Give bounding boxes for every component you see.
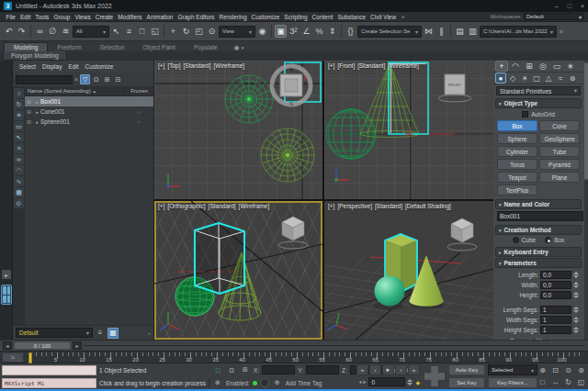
viewcube[interactable] [278, 217, 308, 249]
spinner[interactable] [573, 271, 580, 279]
spinner-snap-icon[interactable]: ⇕ [326, 25, 338, 38]
primitive-button[interactable]: Plane [539, 172, 580, 183]
select-by-name-icon[interactable]: ≡ [123, 25, 135, 38]
time-config-icon[interactable]: ⊛ [212, 378, 223, 388]
zoom-region-icon[interactable]: □ [537, 376, 548, 387]
hierarchy-view-icon[interactable]: ▦ [107, 328, 119, 339]
primitives-dropdown[interactable]: Standard Primitives▾ [496, 86, 581, 95]
redo-icon[interactable]: ↷ [16, 25, 28, 38]
viewport-top[interactable]: [+] [Top] [Standard] [Wireframe] [154, 61, 322, 199]
viewport-name-menu[interactable]: [Orthographic] [167, 203, 205, 209]
viewport-renderer-menu[interactable]: [Standard] [209, 203, 236, 209]
cameras-category[interactable]: ▢ [531, 73, 542, 84]
pick-parent-icon[interactable]: ⊞ [102, 74, 112, 84]
viewport-renderer-menu[interactable]: [Standard] [184, 62, 211, 69]
visibility-eye-icon[interactable]: ⊙ [25, 108, 33, 115]
viewcube[interactable] [447, 218, 477, 251]
go-to-start-button[interactable]: « [356, 364, 368, 375]
project-folder-dropdown[interactable]: C:\Users\Al...ds Max 2022▾ [480, 26, 557, 38]
viewport-shading-menu[interactable]: [Wireframe] [388, 62, 419, 69]
explorer-menu-item[interactable]: Select [19, 63, 36, 70]
primitive-button[interactable]: Box [497, 120, 537, 131]
object-type-rollout[interactable]: ▾Object Type [495, 98, 582, 108]
viewport-name-menu[interactable]: [Front] [337, 62, 355, 69]
absolute-offset-icon[interactable]: ⊞ [240, 365, 251, 375]
lock-explorer-icon[interactable]: Ω [91, 74, 101, 84]
toggle-layer-explorer-icon[interactable]: ▤ [454, 25, 466, 38]
footer-overflow-icon[interactable]: » [148, 330, 151, 336]
edit-named-selection-sets-icon[interactable]: {} [345, 25, 356, 38]
spinner[interactable] [573, 316, 580, 324]
menu-item[interactable]: Customize [249, 14, 282, 20]
time-cursor[interactable] [28, 352, 32, 363]
active-layer-dropdown[interactable]: Default▾ [16, 328, 93, 338]
explorer-search-input[interactable] [16, 75, 73, 84]
populate-flyout-icon[interactable]: ◉▾ [234, 44, 244, 51]
lights-category[interactable]: ☀ [519, 73, 530, 84]
primitive-button[interactable]: Tube [539, 146, 580, 157]
percent-snap-icon[interactable]: % [313, 25, 325, 38]
menu-item[interactable]: Content [310, 14, 335, 20]
y-coordinate-field[interactable] [306, 365, 339, 374]
primitive-button[interactable]: GeoSphere [539, 133, 580, 144]
hierarchy-tab[interactable]: ⊞ [523, 61, 536, 72]
parameters-rollout[interactable]: ▾Parameters [495, 258, 582, 268]
play-button[interactable]: ► [382, 364, 394, 375]
add-time-tag-icon[interactable]: ⊕ [272, 378, 283, 388]
display-filter-icon[interactable]: ▭ [14, 121, 24, 131]
set-key-button[interactable]: Set Key [448, 377, 485, 388]
key-filters-button[interactable]: Key Filters... [488, 377, 537, 388]
ribbon-tab[interactable]: Modeling [4, 42, 48, 51]
menu-item[interactable]: Graph Editors [175, 14, 217, 20]
creation-method-radio[interactable]: Box [545, 237, 564, 243]
spinner[interactable] [573, 291, 580, 299]
zoom-icon[interactable]: ⊕ [537, 364, 548, 375]
rectangular-selection-region-icon[interactable]: □ [136, 25, 148, 38]
menu-item[interactable]: Create [93, 14, 116, 20]
angle-snap-icon[interactable]: ∠ [300, 25, 312, 38]
previous-frame-button[interactable]: ‹ [369, 364, 381, 375]
selection-lock-icon[interactable]: Ω [226, 365, 237, 375]
viewport-front[interactable]: [+] [Front] [Standard] [Wireframe] [324, 61, 493, 199]
maximize-button[interactable]: □ [568, 3, 571, 9]
menu-item[interactable]: Substance [335, 14, 368, 20]
menu-item[interactable]: Group [51, 14, 73, 20]
primitive-button[interactable]: Torus [497, 159, 537, 170]
primitive-button[interactable]: Cone [539, 120, 580, 131]
app-icon[interactable]: 3 [4, 2, 12, 10]
layout-expand-button[interactable]: ▸ [2, 270, 11, 279]
Cone001[interactable]: ⊙ ● Cone001 ☼ [25, 106, 153, 117]
creation-method-rollout[interactable]: ▾Creation Method [495, 225, 582, 235]
selection-lock-region-icon[interactable]: □ [212, 365, 223, 375]
ribbon-tab[interactable]: Object Paint [134, 43, 185, 51]
auto-key-button[interactable]: Auto Key [448, 364, 485, 375]
frozen-toggle-icon[interactable]: ☼ [124, 109, 153, 115]
select-and-move-icon[interactable]: + [167, 25, 179, 38]
menu-item[interactable]: Rendering [217, 14, 249, 20]
create-tab[interactable]: + [495, 61, 508, 72]
select-and-place-icon[interactable]: ⊙ [206, 25, 218, 38]
maxscript-label[interactable]: MAXScript Mi [2, 378, 96, 388]
parameter-field[interactable]: 1 [540, 306, 571, 314]
zoom-extents-all-icon[interactable]: ⊛ [575, 364, 587, 375]
parameter-field[interactable]: 1 [540, 316, 571, 324]
primitive-button[interactable]: Sphere [497, 133, 537, 144]
spinner[interactable] [573, 326, 580, 334]
set-key-icon[interactable]: ◆ [415, 379, 420, 385]
minimize-button[interactable]: – [555, 3, 559, 9]
window-crossing-icon[interactable]: ◱ [149, 25, 161, 38]
previous-frame-arrow[interactable]: ◄ [3, 341, 12, 350]
reference-coordinate-dropdown[interactable]: View▾ [219, 26, 255, 38]
menu-overflow-icon[interactable]: » [401, 14, 405, 20]
Sphere001[interactable]: ⊙ ● Sphere001 ☼ [25, 117, 153, 127]
select-object-icon[interactable]: ↖ [110, 25, 122, 38]
toggle-ribbon-icon[interactable]: ▥ [467, 25, 479, 38]
utilities-tab[interactable]: ∗ [564, 61, 577, 72]
autogrid-checkbox[interactable] [522, 111, 528, 117]
next-frame-button[interactable]: › [395, 364, 407, 375]
ribbon-tab[interactable]: Populate [185, 43, 227, 51]
command-panel-scrollbar[interactable] [584, 61, 588, 340]
workspaces-dropdown[interactable]: Default▾ [524, 13, 584, 20]
align-icon[interactable]: ∥ [435, 25, 447, 38]
viewport-perspective[interactable]: [+] [Perspective] [Standard] [Default Sh… [324, 201, 493, 340]
